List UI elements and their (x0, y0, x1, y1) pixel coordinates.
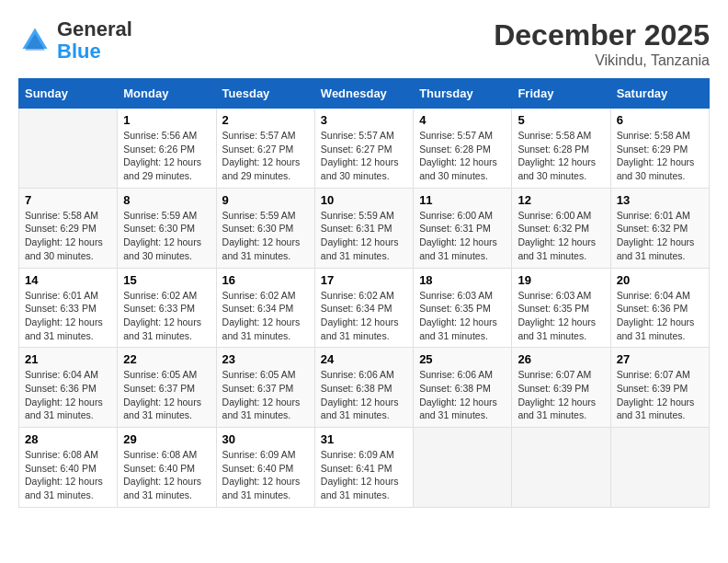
table-row: 11Sunrise: 6:00 AMSunset: 6:31 PMDayligh… (414, 188, 512, 268)
table-row (19, 109, 118, 189)
table-row: 28Sunrise: 6:08 AMSunset: 6:40 PMDayligh… (19, 428, 118, 508)
table-row: 6Sunrise: 5:58 AMSunset: 6:29 PMDaylight… (610, 109, 709, 189)
day-number: 8 (123, 193, 210, 207)
day-info: Sunrise: 6:02 AMSunset: 6:33 PMDaylight:… (123, 289, 210, 343)
table-row: 8Sunrise: 5:59 AMSunset: 6:30 PMDaylight… (118, 188, 216, 268)
logo-icon (18, 24, 51, 57)
day-number: 3 (321, 113, 407, 127)
day-number: 12 (518, 193, 604, 207)
day-number: 27 (617, 352, 703, 366)
header-thursday: Thursday (414, 79, 512, 109)
day-number: 16 (222, 273, 309, 287)
day-number: 4 (419, 113, 506, 127)
day-number: 30 (222, 432, 309, 446)
table-row: 14Sunrise: 6:01 AMSunset: 6:33 PMDayligh… (19, 268, 118, 348)
calendar-week-row: 21Sunrise: 6:04 AMSunset: 6:36 PMDayligh… (19, 348, 710, 428)
day-number: 25 (419, 352, 506, 366)
day-info: Sunrise: 5:59 AMSunset: 6:30 PMDaylight:… (222, 209, 309, 263)
table-row: 1Sunrise: 5:56 AMSunset: 6:26 PMDaylight… (118, 109, 216, 189)
day-number: 17 (321, 273, 407, 287)
logo: General Blue (18, 18, 132, 63)
day-number: 19 (518, 273, 604, 287)
day-info: Sunrise: 6:07 AMSunset: 6:39 PMDaylight:… (617, 368, 703, 422)
table-row: 9Sunrise: 5:59 AMSunset: 6:30 PMDaylight… (216, 188, 314, 268)
table-row: 3Sunrise: 5:57 AMSunset: 6:27 PMDaylight… (314, 109, 413, 189)
day-info: Sunrise: 5:57 AMSunset: 6:28 PMDaylight:… (419, 129, 506, 183)
table-row (414, 428, 512, 508)
header-saturday: Saturday (610, 79, 709, 109)
header-tuesday: Tuesday (216, 79, 314, 109)
table-row: 23Sunrise: 6:05 AMSunset: 6:37 PMDayligh… (216, 348, 314, 428)
table-row: 15Sunrise: 6:02 AMSunset: 6:33 PMDayligh… (118, 268, 216, 348)
day-info: Sunrise: 6:03 AMSunset: 6:35 PMDaylight:… (419, 289, 506, 343)
month-year-title: December 2025 (494, 18, 710, 52)
table-row: 31Sunrise: 6:09 AMSunset: 6:41 PMDayligh… (314, 428, 413, 508)
day-number: 6 (617, 113, 703, 127)
day-info: Sunrise: 5:58 AMSunset: 6:28 PMDaylight:… (518, 129, 604, 183)
day-number: 10 (321, 193, 407, 207)
table-row: 2Sunrise: 5:57 AMSunset: 6:27 PMDaylight… (216, 109, 314, 189)
day-number: 31 (321, 432, 407, 446)
day-info: Sunrise: 6:03 AMSunset: 6:35 PMDaylight:… (518, 289, 604, 343)
day-number: 15 (123, 273, 210, 287)
table-row: 10Sunrise: 5:59 AMSunset: 6:31 PMDayligh… (314, 188, 413, 268)
day-info: Sunrise: 6:00 AMSunset: 6:32 PMDaylight:… (518, 209, 604, 263)
day-info: Sunrise: 6:00 AMSunset: 6:31 PMDaylight:… (419, 209, 506, 263)
header-wednesday: Wednesday (314, 79, 413, 109)
day-info: Sunrise: 6:05 AMSunset: 6:37 PMDaylight:… (222, 368, 309, 422)
page-header: General Blue December 2025 Vikindu, Tanz… (18, 18, 710, 69)
table-row: 27Sunrise: 6:07 AMSunset: 6:39 PMDayligh… (610, 348, 709, 428)
day-info: Sunrise: 6:02 AMSunset: 6:34 PMDaylight:… (222, 289, 309, 343)
day-number: 24 (321, 352, 407, 366)
calendar-week-row: 14Sunrise: 6:01 AMSunset: 6:33 PMDayligh… (19, 268, 710, 348)
day-number: 29 (123, 432, 210, 446)
header-monday: Monday (118, 79, 216, 109)
day-info: Sunrise: 6:04 AMSunset: 6:36 PMDaylight:… (617, 289, 703, 343)
table-row: 7Sunrise: 5:58 AMSunset: 6:29 PMDaylight… (19, 188, 118, 268)
day-info: Sunrise: 5:56 AMSunset: 6:26 PMDaylight:… (123, 129, 210, 183)
day-number: 2 (222, 113, 309, 127)
location-subtitle: Vikindu, Tanzania (494, 52, 710, 69)
day-number: 21 (25, 352, 111, 366)
day-number: 28 (25, 432, 111, 446)
day-info: Sunrise: 5:59 AMSunset: 6:30 PMDaylight:… (123, 209, 210, 263)
table-row: 30Sunrise: 6:09 AMSunset: 6:40 PMDayligh… (216, 428, 314, 508)
day-info: Sunrise: 6:06 AMSunset: 6:38 PMDaylight:… (419, 368, 506, 422)
table-row: 21Sunrise: 6:04 AMSunset: 6:36 PMDayligh… (19, 348, 118, 428)
table-row: 5Sunrise: 5:58 AMSunset: 6:28 PMDaylight… (512, 109, 610, 189)
logo-general-text: General (57, 17, 132, 40)
day-number: 11 (419, 193, 506, 207)
day-number: 5 (518, 113, 604, 127)
table-row: 29Sunrise: 6:08 AMSunset: 6:40 PMDayligh… (118, 428, 216, 508)
calendar-header-row: Sunday Monday Tuesday Wednesday Thursday… (19, 79, 710, 109)
table-row: 17Sunrise: 6:02 AMSunset: 6:34 PMDayligh… (314, 268, 413, 348)
day-number: 9 (222, 193, 309, 207)
table-row (512, 428, 610, 508)
title-block: December 2025 Vikindu, Tanzania (494, 18, 710, 69)
table-row: 20Sunrise: 6:04 AMSunset: 6:36 PMDayligh… (610, 268, 709, 348)
day-info: Sunrise: 6:06 AMSunset: 6:38 PMDaylight:… (321, 368, 407, 422)
header-friday: Friday (512, 79, 610, 109)
day-info: Sunrise: 6:02 AMSunset: 6:34 PMDaylight:… (321, 289, 407, 343)
table-row: 16Sunrise: 6:02 AMSunset: 6:34 PMDayligh… (216, 268, 314, 348)
calendar-table: Sunday Monday Tuesday Wednesday Thursday… (18, 78, 710, 508)
table-row: 18Sunrise: 6:03 AMSunset: 6:35 PMDayligh… (414, 268, 512, 348)
table-row: 4Sunrise: 5:57 AMSunset: 6:28 PMDaylight… (414, 109, 512, 189)
calendar-week-row: 7Sunrise: 5:58 AMSunset: 6:29 PMDaylight… (19, 188, 710, 268)
day-number: 13 (617, 193, 703, 207)
table-row: 19Sunrise: 6:03 AMSunset: 6:35 PMDayligh… (512, 268, 610, 348)
day-number: 14 (25, 273, 111, 287)
table-row (610, 428, 709, 508)
day-info: Sunrise: 6:07 AMSunset: 6:39 PMDaylight:… (518, 368, 604, 422)
day-info: Sunrise: 6:04 AMSunset: 6:36 PMDaylight:… (25, 368, 111, 422)
day-info: Sunrise: 5:57 AMSunset: 6:27 PMDaylight:… (321, 129, 407, 183)
table-row: 12Sunrise: 6:00 AMSunset: 6:32 PMDayligh… (512, 188, 610, 268)
day-number: 20 (617, 273, 703, 287)
day-number: 18 (419, 273, 506, 287)
day-number: 22 (123, 352, 210, 366)
day-info: Sunrise: 6:08 AMSunset: 6:40 PMDaylight:… (123, 448, 210, 502)
day-info: Sunrise: 5:59 AMSunset: 6:31 PMDaylight:… (321, 209, 407, 263)
header-sunday: Sunday (19, 79, 118, 109)
day-info: Sunrise: 6:08 AMSunset: 6:40 PMDaylight:… (25, 448, 111, 502)
day-number: 1 (123, 113, 210, 127)
